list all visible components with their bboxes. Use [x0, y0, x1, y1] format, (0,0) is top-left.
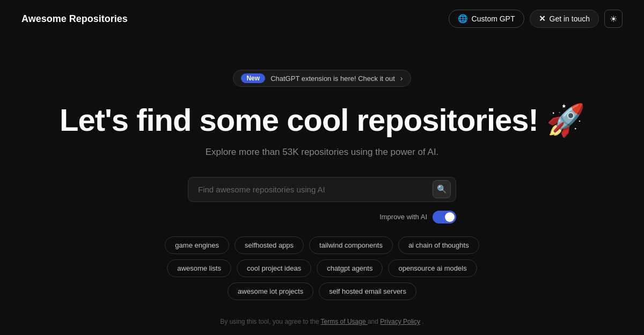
navbar: Awesome Repositories 🌐 Custom GPT ✕ Get … [0, 0, 644, 38]
ai-toggle-row: Improve with AI [188, 211, 456, 224]
x-icon: ✕ [539, 14, 546, 24]
tags-container: game enginesselfhosted appstailwind comp… [161, 236, 483, 300]
banner-text: ChatGPT extension is here! Check it out [270, 75, 395, 83]
terms-link[interactable]: Terms of Usage [321, 318, 368, 325]
tag-chip[interactable]: opensource ai models [388, 259, 477, 277]
tag-chip[interactable]: game engines [165, 236, 229, 254]
announcement-banner[interactable]: New ChatGPT extension is here! Check it … [233, 70, 411, 87]
custom-gpt-button[interactable]: 🌐 Custom GPT [449, 10, 524, 28]
privacy-link[interactable]: Privacy Policy [380, 318, 420, 325]
tag-chip[interactable]: tailwind components [309, 236, 393, 254]
get-in-touch-button[interactable]: ✕ Get in touch [530, 10, 599, 28]
toggle-label: Improve with AI [379, 213, 427, 221]
globe-icon: 🌐 [458, 14, 468, 24]
tag-chip[interactable]: selfhosted apps [235, 236, 304, 254]
tag-chip[interactable]: awesome lists [167, 259, 231, 277]
tag-chip[interactable]: cool project ideas [237, 259, 311, 277]
custom-gpt-label: Custom GPT [472, 14, 515, 23]
theme-toggle-button[interactable]: ☀ [604, 10, 623, 28]
search-wrapper: 🔍 [188, 177, 456, 202]
sun-icon: ☀ [610, 14, 617, 24]
search-button[interactable]: 🔍 [433, 180, 451, 198]
tag-chip[interactable]: ai chain of thoughts [398, 236, 479, 254]
tag-chip[interactable]: chatgpt agents [317, 259, 383, 277]
page-headline: Let's find some cool repositories! 🚀 [60, 103, 584, 137]
footer-text: By using this tool, you agree to the [220, 318, 319, 325]
footer-and-text: and [368, 318, 378, 325]
search-icon: 🔍 [437, 184, 447, 194]
toggle-knob [445, 212, 455, 222]
hero-section: New ChatGPT extension is here! Check it … [0, 38, 644, 300]
search-input[interactable] [188, 177, 456, 202]
tag-chip[interactable]: self hosted email servers [319, 282, 416, 300]
site-logo: Awesome Repositories [21, 13, 128, 25]
nav-actions: 🌐 Custom GPT ✕ Get in touch ☀ [449, 10, 623, 28]
footer-end-text: . [422, 318, 423, 325]
tag-chip[interactable]: awesome iot projects [228, 282, 313, 300]
footer: By using this tool, you agree to the Ter… [0, 318, 644, 325]
get-in-touch-label: Get in touch [550, 14, 590, 23]
banner-new-badge: New [241, 73, 265, 83]
ai-toggle[interactable] [433, 211, 456, 224]
page-subheadline: Explore more than 53K repositories using… [206, 147, 439, 158]
banner-arrow-icon: › [400, 74, 403, 83]
